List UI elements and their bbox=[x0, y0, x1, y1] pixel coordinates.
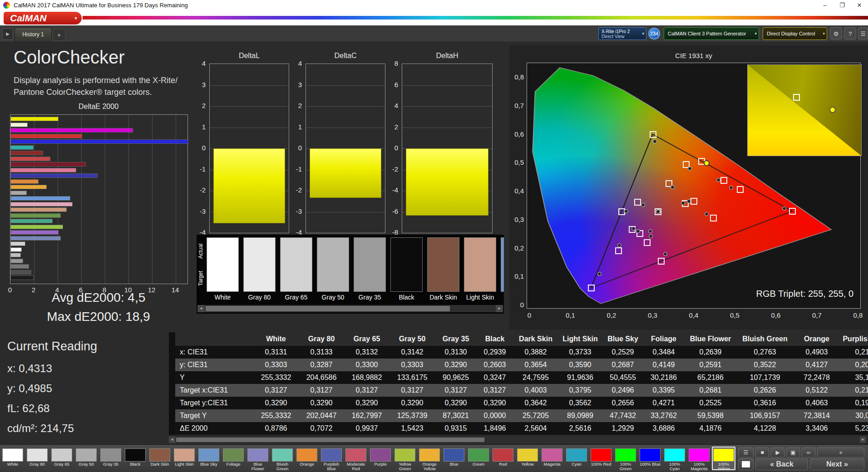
table-row[interactable]: Y255,3332204,6586168,9882133,617590,9625… bbox=[175, 371, 868, 384]
column-header: Blue Sky bbox=[602, 332, 644, 346]
scroll-left-button[interactable]: ◄ bbox=[197, 305, 205, 312]
pattern-button[interactable]: Cyan bbox=[565, 447, 588, 470]
logo-text: CalMAN bbox=[10, 13, 47, 23]
patch-swatch[interactable]: Gray 80 bbox=[243, 237, 276, 304]
pattern-rows-button[interactable]: ☰ bbox=[738, 447, 754, 457]
scrollbar-thumb[interactable] bbox=[176, 438, 484, 442]
table-cell: 87,3021 bbox=[435, 409, 477, 422]
pattern-button[interactable]: 100% Blue bbox=[638, 447, 662, 470]
stop-button[interactable]: ■ bbox=[755, 447, 769, 457]
pattern-button[interactable]: Gray 80 bbox=[25, 447, 49, 470]
pattern-button[interactable]: Gray 65 bbox=[50, 447, 74, 470]
pattern-button[interactable]: 100% Green bbox=[614, 447, 637, 470]
table-cell: 4,1876 bbox=[684, 422, 737, 435]
table-row[interactable]: ΔE 20000,87860,70720,99371,54230,93151,8… bbox=[175, 422, 868, 435]
display-control-selector[interactable]: Direct Display Control ▾ bbox=[763, 27, 827, 40]
tab-history-1[interactable]: History 1 bbox=[15, 27, 52, 42]
back-button[interactable]: « Back bbox=[755, 458, 808, 470]
pattern-button[interactable]: Gray 35 bbox=[99, 447, 123, 470]
pattern-window-button[interactable]: ▣ bbox=[786, 447, 800, 457]
pattern-button[interactable]: Light Skin bbox=[173, 447, 196, 470]
settings-button[interactable]: ⚙ bbox=[830, 27, 842, 39]
table-cell: 2,5604 bbox=[513, 422, 558, 435]
table-row[interactable]: y: CIE310,33030,32870,33000,33030,32900,… bbox=[175, 359, 868, 371]
play-button[interactable]: ▶ bbox=[771, 447, 784, 457]
pattern-button[interactable]: Dark Skin bbox=[148, 447, 172, 470]
patch-swatch[interactable]: Light Skin bbox=[464, 237, 496, 304]
table-cell: 0,4149 bbox=[644, 359, 684, 371]
pattern-button[interactable]: 100% Magenta bbox=[687, 447, 711, 470]
pattern-button[interactable]: Blue Sky bbox=[197, 447, 221, 470]
gridline bbox=[306, 85, 385, 86]
table-row[interactable]: Target y:CIE310,32900,32900,32900,32900,… bbox=[175, 397, 868, 409]
patch-swatch[interactable]: White bbox=[207, 237, 239, 304]
pattern-source-selector[interactable]: CalMAN Client 3 Pattern Generator ▾ bbox=[664, 27, 759, 40]
patch-swatch[interactable]: Black bbox=[390, 237, 423, 304]
notes-button[interactable]: ☰ bbox=[858, 27, 868, 39]
minimize-button[interactable]: – bbox=[816, 0, 833, 11]
pattern-button[interactable]: Gray 50 bbox=[74, 447, 98, 470]
pattern-label: White bbox=[2, 462, 24, 467]
pattern-button[interactable]: Blue bbox=[442, 447, 466, 470]
pattern-button[interactable]: Yellow bbox=[516, 447, 539, 470]
scroll-right-button[interactable]: ► bbox=[860, 437, 866, 443]
axis-tick-label: 3 bbox=[287, 81, 302, 88]
pattern-button[interactable]: Orange bbox=[295, 447, 319, 470]
table-cell: 0,3303 bbox=[390, 359, 435, 371]
pattern-button[interactable]: Green bbox=[467, 447, 490, 470]
target-point bbox=[588, 285, 595, 291]
add-tab-button[interactable]: + bbox=[53, 29, 65, 41]
de-bar bbox=[11, 202, 72, 206]
table-cell: 2,5616 bbox=[558, 422, 602, 435]
measured-point bbox=[705, 212, 709, 216]
table-cell: 0,0000 bbox=[477, 409, 513, 422]
pattern-button[interactable]: Purplish Blue bbox=[320, 447, 343, 470]
close-button[interactable]: ✕ bbox=[851, 0, 868, 11]
pattern-button[interactable]: 100% Red bbox=[589, 447, 613, 470]
pattern-button[interactable]: 100% Yellow bbox=[712, 447, 735, 470]
pattern-button[interactable]: Moderate Red bbox=[344, 447, 368, 470]
axis-tick-label: 2 bbox=[384, 123, 398, 131]
pattern-button[interactable]: White bbox=[1, 447, 25, 470]
next-button[interactable]: Next » bbox=[810, 458, 864, 470]
expand-controls-button[interactable]: » bbox=[817, 447, 864, 457]
scroll-left-button[interactable]: ◄ bbox=[169, 437, 175, 443]
scrollbar-track[interactable] bbox=[205, 305, 496, 312]
table-cell: 0,3795 bbox=[558, 384, 602, 397]
pattern-button[interactable]: Blue Flower bbox=[246, 447, 270, 470]
table-scrollbar[interactable]: ◄ ► bbox=[169, 437, 866, 443]
pattern-button[interactable]: 100% Cyan bbox=[663, 447, 686, 470]
measured-point bbox=[648, 229, 652, 233]
patch-swatch[interactable]: Gray 65 bbox=[280, 237, 312, 304]
pattern-button[interactable]: Red bbox=[491, 447, 515, 470]
axis-tick-label: 2 bbox=[191, 102, 206, 109]
meter-count-badge[interactable]: 234 bbox=[648, 28, 660, 39]
pattern-button[interactable]: Black bbox=[123, 447, 147, 470]
table-row[interactable]: x: CIE310,31310,31330,31320,31420,31300,… bbox=[175, 346, 868, 359]
strip-scrollbar[interactable]: ◄ ► bbox=[197, 305, 503, 312]
pattern-button[interactable]: Magenta bbox=[540, 447, 564, 470]
pattern-color bbox=[321, 448, 342, 462]
panel-expander-button[interactable]: ▶ bbox=[2, 28, 13, 40]
calman-logo-menu[interactable]: CalMAN ▾ bbox=[4, 12, 82, 25]
pattern-color-preview-button[interactable] bbox=[738, 458, 754, 470]
patch-swatch[interactable]: Dark Skin bbox=[427, 237, 459, 304]
table-row[interactable]: Target x:CIE310,31270,31270,31270,31270,… bbox=[175, 384, 868, 397]
pattern-window-icon: ▣ bbox=[790, 449, 795, 456]
meter-selector[interactable]: X-Rite i1Pro 2 Direct View ▾ bbox=[598, 27, 646, 40]
pattern-button[interactable]: Yellow Green bbox=[393, 447, 417, 470]
pattern-button[interactable]: Bluish Green bbox=[271, 447, 294, 470]
patch-swatch[interactable]: Gray 35 bbox=[354, 237, 386, 304]
patch-swatch[interactable]: Gray 50 bbox=[317, 237, 349, 304]
scrollbar-track[interactable] bbox=[175, 437, 860, 443]
scroll-right-button[interactable]: ► bbox=[496, 305, 503, 312]
scrollbar-thumb[interactable] bbox=[206, 306, 450, 311]
pattern-button[interactable]: Orange Yellow bbox=[418, 447, 441, 470]
axis-tick-label: 1 bbox=[191, 123, 206, 131]
maximize-button[interactable]: ❐ bbox=[833, 0, 851, 11]
help-button[interactable]: ? bbox=[844, 27, 856, 39]
loop-button[interactable]: ∞ bbox=[802, 447, 815, 457]
pattern-button[interactable]: Purple bbox=[369, 447, 392, 470]
table-row[interactable]: Target Y255,3332202,0447162,7997125,3739… bbox=[175, 409, 868, 422]
pattern-button[interactable]: Foliage bbox=[222, 447, 245, 470]
